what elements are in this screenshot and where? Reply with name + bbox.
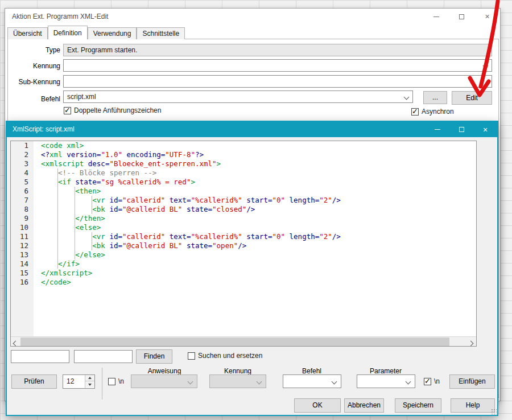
finden-button[interactable]: Finden [136,349,172,364]
chevron-down-icon [483,63,489,69]
code-line: 12<bk id="@callerid BL" state="open"/> [11,241,476,250]
spinner-value: 12 [67,377,74,385]
sub-kennung-input[interactable] [63,75,492,88]
code-line: 3<xmlscript desc="Bloecke_ent-sperren.xm… [11,159,476,168]
ok-button[interactable]: OK [294,398,341,413]
tab-übersicht[interactable]: Übersicht [7,27,48,39]
replace-input[interactable] [74,350,133,363]
maximize-button[interactable] [449,9,474,24]
code-area[interactable]: 1<code xml>2<?xml version="1.0" encoding… [11,141,476,336]
tab-verwendung[interactable]: Verwendung [88,27,137,39]
newline-right-label: \n [434,377,440,385]
close-button[interactable]: × [474,9,500,24]
line-number: 10 [11,223,34,232]
code-editor[interactable]: 1<code xml>2<?xml version="1.0" encoding… [10,141,477,347]
asynchron-label: Asynchron [422,108,454,116]
befehl-combobox[interactable]: script.xml [63,90,413,103]
minimize-button[interactable] [423,9,449,24]
tab-schnittstelle[interactable]: Schnittstelle [137,27,185,39]
line-number: 14 [11,260,34,269]
resize-grip-icon[interactable] [491,409,497,414]
editor-title: XmlScript: script.xml [13,122,75,137]
scroll-right-icon[interactable] [468,341,474,347]
indent-guide [41,232,92,241]
tab-definition[interactable]: Definition [48,26,88,39]
line-number: 15 [11,269,34,278]
indent-guide [41,260,58,269]
search-input[interactable] [11,350,69,363]
dialog-title: Aktion Ext. Programm XML-Edit [12,9,108,24]
editor-titlebar[interactable]: XmlScript: script.xml × [7,122,497,137]
newline-left-label: \n [118,377,124,385]
chevron-down-icon [406,379,411,385]
code-line: 9</then> [11,214,476,223]
indent-guide [41,241,92,250]
tab-strip: ÜbersichtDefinitionVerwendungSchnittstel… [7,26,185,39]
close-icon: × [485,13,489,20]
code-line: 5<if state="sg %callerid% = red"> [11,178,476,187]
code-line: 8<bk id="@callerid BL" state="closed"/> [11,205,476,214]
line-number-spinner[interactable]: 12 [63,374,95,389]
befehl-dropdown[interactable] [283,374,341,388]
sub-kennung-label: Sub-Kennung [11,78,60,86]
line-number: 3 [11,159,34,168]
horizontal-scrollbar[interactable] [11,336,476,346]
spinner-up-button[interactable] [85,375,94,381]
maximize-icon [459,14,464,19]
browse-button[interactable]: ... [423,91,447,104]
parameter-dropdown[interactable] [357,374,415,388]
dialog-titlebar[interactable]: Aktion Ext. Programm XML-Edit × [5,9,500,24]
doppelte-anfuehrungszeichen-checkbox[interactable]: Doppelte Anführungszeichen [64,106,161,114]
minimize-button[interactable] [426,122,449,137]
chevron-down-icon [404,94,410,100]
close-icon[interactable]: × [473,122,497,137]
abbrechen-button[interactable]: Abbrechen [344,398,384,413]
code-line: 4<!-- Blöcke sperren --> [11,168,476,178]
line-number: 11 [11,232,34,241]
line-number: 1 [11,141,34,150]
arrow-down-icon [88,384,92,386]
doppelte-anfuehrungszeichen-label: Doppelte Anführungszeichen [74,106,161,114]
type-label: Type [11,46,60,54]
anweisung-dropdown[interactable] [131,374,197,388]
type-field: Ext. Programm starten. [63,44,492,56]
chevron-down-icon [257,379,262,385]
indent-guide [41,250,75,260]
code-line: 16</code> [11,278,476,287]
checkbox-icon [64,107,71,114]
kennung-combobox[interactable] [63,59,492,72]
line-number: 8 [11,205,34,214]
scrollbar-thumb[interactable] [20,337,449,346]
newline-right-checkbox[interactable]: \n [424,377,440,385]
einfuegen-button[interactable]: Einfügen [449,374,495,389]
desktop-background: Aktion Ext. Programm XML-Edit × Übersich… [0,0,512,420]
checkbox-icon [411,108,419,116]
suchen-und-ersetzen-label: Suchen und ersetzen [198,352,262,360]
line-number: 13 [11,250,34,260]
help-button[interactable]: Help [451,398,495,413]
spinner-down-button[interactable] [85,381,94,388]
checkbox-icon [188,352,195,360]
code-line: 11<vr id="callerid" text="%callerid%" st… [11,232,476,241]
kennung-dropdown[interactable] [209,374,266,388]
indent-guide [41,205,92,214]
indent-guide [41,223,75,232]
line-number: 2 [11,150,34,159]
edit-button[interactable]: Edit [452,91,492,105]
code-line: 15</xmlscript> [11,269,476,278]
code-line: 6<then> [11,187,476,196]
suchen-und-ersetzen-checkbox[interactable]: Suchen und ersetzen [188,352,262,360]
indent-guide [41,178,58,187]
indent-guide [41,168,58,178]
scroll-left-icon[interactable] [13,341,19,347]
pruefen-button[interactable]: Prüfen [11,374,57,389]
code-line: 7<vr id="callerid" text="%callerid%" sta… [11,196,476,205]
newline-left-checkbox[interactable]: \n [108,377,124,385]
asynchron-checkbox[interactable]: Asynchron [411,108,454,116]
checkbox-icon [424,378,431,385]
line-number: 16 [11,278,34,287]
chevron-down-icon [332,379,337,385]
maximize-button[interactable] [449,122,473,137]
speichern-button[interactable]: Speichern [395,398,441,413]
kennung-label: Kennung [11,62,60,70]
